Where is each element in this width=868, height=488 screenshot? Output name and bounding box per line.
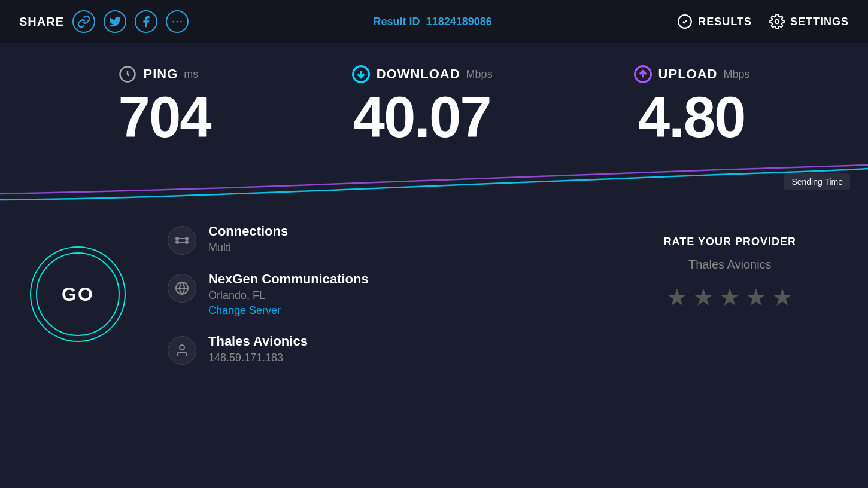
ping-icon <box>118 65 137 84</box>
settings-label: SETTINGS <box>790 16 849 28</box>
results-button[interactable]: RESULTS <box>676 13 752 30</box>
share-more-button[interactable] <box>166 10 189 33</box>
connections-title: Connections <box>208 224 288 239</box>
download-value: 40.07 <box>351 89 493 146</box>
star-1[interactable]: ★ <box>666 283 688 311</box>
download-unit: Mbps <box>466 68 493 81</box>
header-left: SHARE <box>19 10 189 33</box>
svg-point-14 <box>176 237 178 240</box>
result-id-prefix: Result ID <box>374 16 420 28</box>
result-id-value: 11824189086 <box>426 16 492 28</box>
go-button-container: GO <box>24 224 132 365</box>
upload-icon <box>633 65 652 84</box>
info-section: Connections Multi NexGen Communications … <box>156 224 604 365</box>
ping-metric: PING ms 704 <box>118 65 210 146</box>
svg-point-16 <box>176 241 178 243</box>
download-header: DOWNLOAD Mbps <box>351 65 493 84</box>
star-3[interactable]: ★ <box>719 283 740 311</box>
share-label: SHARE <box>19 15 64 29</box>
star-5[interactable]: ★ <box>772 283 793 311</box>
provider-content: Thales Avionics 148.59.171.183 <box>208 334 308 364</box>
star-4[interactable]: ★ <box>745 283 767 311</box>
results-icon <box>676 13 693 30</box>
download-label: DOWNLOAD <box>377 66 460 82</box>
upload-unit: Mbps <box>723 68 749 81</box>
stars-container: ★ ★ ★ ★ ★ <box>666 283 793 311</box>
settings-icon <box>769 13 785 30</box>
connections-row: Connections Multi <box>168 224 604 255</box>
svg-point-20 <box>180 345 184 350</box>
metrics-section: PING ms 704 DOWNLOAD Mbps 40.07 <box>0 43 868 158</box>
share-link-button[interactable] <box>72 10 95 33</box>
rate-provider-name: Thales Avionics <box>688 258 772 272</box>
ping-header: PING ms <box>118 65 210 84</box>
svg-point-0 <box>172 21 174 23</box>
svg-point-15 <box>186 237 188 240</box>
ping-label: PING <box>143 66 178 82</box>
upload-header: UPLOAD Mbps <box>633 65 750 84</box>
header: SHARE Result ID 1182418 <box>0 0 868 43</box>
settings-button[interactable]: SETTINGS <box>769 13 849 30</box>
ping-value: 704 <box>118 89 210 146</box>
server-row: NexGen Communications Orlando, FL Change… <box>168 272 604 317</box>
result-id-area: Result ID 11824189086 <box>374 16 492 28</box>
svg-point-1 <box>177 21 178 23</box>
share-twitter-button[interactable] <box>104 10 126 33</box>
upload-value: 4.80 <box>633 89 750 146</box>
upload-metric: UPLOAD Mbps 4.80 <box>633 65 750 146</box>
provider-name: Thales Avionics <box>208 334 308 349</box>
download-metric: DOWNLOAD Mbps 40.07 <box>351 65 493 146</box>
results-label: RESULTS <box>698 16 752 28</box>
graph-area: Sending Time <box>0 158 868 206</box>
provider-row: Thales Avionics 148.59.171.183 <box>168 334 604 365</box>
rate-title: RATE YOUR PROVIDER <box>664 236 796 248</box>
server-location: Orlando, FL <box>208 289 369 302</box>
download-icon <box>351 65 371 84</box>
server-content: NexGen Communications Orlando, FL Change… <box>208 272 369 317</box>
server-title: NexGen Communications <box>208 272 369 287</box>
change-server-link[interactable]: Change Server <box>208 304 369 317</box>
connections-content: Connections Multi <box>208 224 288 254</box>
connections-icon <box>168 226 196 255</box>
sending-time-label: Sending Time <box>784 173 850 190</box>
bottom-section: GO Connections Multi <box>0 206 868 383</box>
connections-value: Multi <box>208 242 288 254</box>
go-button[interactable]: GO <box>30 246 126 342</box>
ping-unit: ms <box>184 68 198 81</box>
rate-section: RATE YOUR PROVIDER Thales Avionics ★ ★ ★… <box>628 224 832 365</box>
star-2[interactable]: ★ <box>693 283 714 311</box>
svg-point-2 <box>180 21 182 23</box>
provider-icon <box>168 336 196 365</box>
upload-label: UPLOAD <box>658 66 718 82</box>
provider-ip: 148.59.171.183 <box>208 352 308 364</box>
go-label: GO <box>62 283 94 306</box>
header-right: RESULTS SETTINGS <box>676 13 849 30</box>
server-icon <box>168 274 196 303</box>
go-button-inner: GO <box>36 252 120 336</box>
svg-point-4 <box>775 20 779 24</box>
share-facebook-button[interactable] <box>135 10 157 33</box>
svg-point-17 <box>186 241 188 243</box>
